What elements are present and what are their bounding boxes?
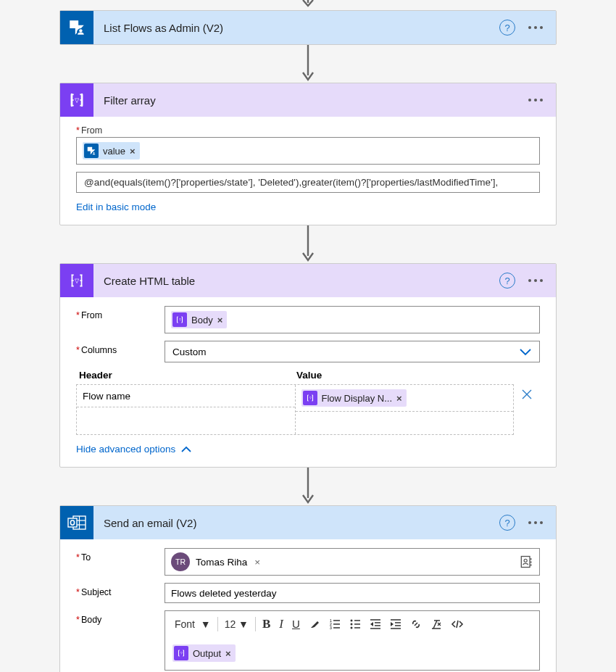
from-label: From [76, 306, 160, 320]
columns-table: Flow name ▽ Flow Display N... [76, 384, 514, 435]
avatar: TR [171, 552, 190, 571]
token-flow-display-name[interactable]: ▽ Flow Display N... × [301, 389, 407, 407]
token-output[interactable]: ▽ Output × [172, 644, 236, 662]
expression-input[interactable]: @and(equals(item()?['properties/state'],… [76, 172, 540, 193]
font-dropdown[interactable]: Font ▼ [171, 617, 215, 631]
action-list-flows[interactable]: List Flows as Admin (V2) ? [59, 10, 557, 45]
connector-arrow [300, 45, 316, 83]
svg-point-5 [93, 152, 95, 154]
link-button[interactable] [407, 617, 425, 631]
more-menu[interactable] [525, 279, 546, 282]
more-menu[interactable] [525, 99, 546, 101]
svg-point-18 [524, 559, 527, 562]
body-label: Body [76, 610, 160, 625]
svg-line-43 [433, 621, 437, 629]
svg-point-30 [350, 626, 352, 629]
rich-text-toolbar: Font ▼ 12 ▼ B I U 123 [165, 610, 540, 636]
connector-arrow [300, 225, 316, 263]
subject-input[interactable]: Flows deleted yesterday [165, 583, 540, 603]
action-filter-array[interactable]: ▽ Filter array From value × @and(equals(… [59, 83, 557, 225]
outdent-button[interactable] [366, 617, 385, 631]
token-body[interactable]: ▽ Body × [171, 311, 227, 328]
action-title: Filter array [93, 94, 525, 107]
flow-icon [84, 144, 99, 158]
code-view-button[interactable] [447, 617, 467, 631]
svg-point-28 [350, 619, 352, 621]
value-cell[interactable]: ▽ Flow Display N... × [296, 385, 514, 412]
from-input[interactable]: ▽ Body × [165, 306, 540, 333]
remove-token-icon[interactable]: × [217, 315, 223, 325]
value-column-label: Value [294, 370, 511, 384]
numbered-list-button[interactable]: 123 [325, 617, 344, 631]
bold-button[interactable]: B [259, 615, 274, 633]
underline-button[interactable]: U [288, 616, 304, 631]
help-icon[interactable]: ? [499, 515, 515, 531]
indent-button[interactable] [386, 617, 405, 631]
svg-text:▽: ▽ [75, 278, 80, 284]
font-size-dropdown[interactable]: 12 ▼ [221, 617, 252, 631]
svg-point-29 [350, 623, 352, 625]
address-book-icon[interactable] [519, 555, 533, 569]
body-editor[interactable]: ▽ Output × [165, 636, 540, 671]
remove-token-icon[interactable]: × [396, 393, 402, 404]
action-create-html-table[interactable]: ▽ Create HTML table ? From ▽ Body [59, 263, 557, 468]
data-operation-icon: ▽ [60, 264, 93, 297]
action-send-email[interactable]: Send an email (V2) ? To TR Tomas Riha × [59, 505, 557, 672]
svg-text:▽: ▽ [309, 397, 312, 399]
chevron-down-icon [519, 347, 532, 356]
token-value[interactable]: value × [83, 142, 140, 159]
italic-button[interactable]: I [275, 615, 287, 633]
highlight-button[interactable] [305, 617, 324, 631]
connector-arrow [300, 468, 316, 505]
columns-label: Columns [76, 341, 160, 355]
svg-point-1 [79, 29, 82, 32]
action-title: List Flows as Admin (V2) [93, 22, 499, 34]
svg-text:3: 3 [330, 626, 332, 630]
svg-text:▽: ▽ [75, 97, 80, 104]
more-menu[interactable] [525, 26, 546, 29]
remove-token-icon[interactable]: × [130, 146, 136, 157]
value-cell[interactable] [296, 412, 514, 434]
to-label: To [76, 548, 160, 563]
header-cell[interactable]: Flow name [77, 385, 295, 407]
header-column-label: Header [76, 370, 294, 384]
outlook-icon [60, 506, 93, 539]
clear-format-button[interactable] [427, 617, 446, 631]
from-input[interactable]: value × [76, 137, 540, 165]
data-op-icon: ▽ [172, 312, 187, 327]
svg-text:▽: ▽ [180, 652, 183, 655]
data-op-icon: ▽ [174, 646, 188, 660]
recipient-name: Tomas Riha [196, 557, 247, 568]
from-label: From [76, 125, 540, 136]
bullet-list-button[interactable] [346, 617, 365, 631]
columns-select[interactable]: Custom [165, 341, 540, 362]
more-menu[interactable] [525, 521, 546, 524]
delete-row-icon[interactable] [514, 384, 540, 405]
svg-rect-15 [68, 518, 77, 527]
help-icon[interactable]: ? [499, 273, 515, 289]
action-title: Send an email (V2) [93, 517, 499, 529]
hide-advanced-link[interactable]: Hide advanced options [76, 444, 193, 455]
help-icon[interactable]: ? [499, 20, 515, 36]
data-operation-icon: ▽ [60, 83, 93, 117]
flow-admin-icon [60, 11, 93, 44]
data-op-icon: ▽ [303, 391, 317, 405]
subject-label: Subject [76, 583, 160, 597]
svg-text:▽: ▽ [179, 318, 182, 321]
remove-token-icon[interactable]: × [225, 648, 231, 659]
header-cell[interactable] [77, 407, 295, 430]
edit-basic-mode-link[interactable]: Edit in basic mode [76, 202, 156, 212]
to-input[interactable]: TR Tomas Riha × [165, 548, 540, 576]
action-title: Create HTML table [93, 275, 499, 287]
remove-recipient-icon[interactable]: × [254, 557, 260, 568]
